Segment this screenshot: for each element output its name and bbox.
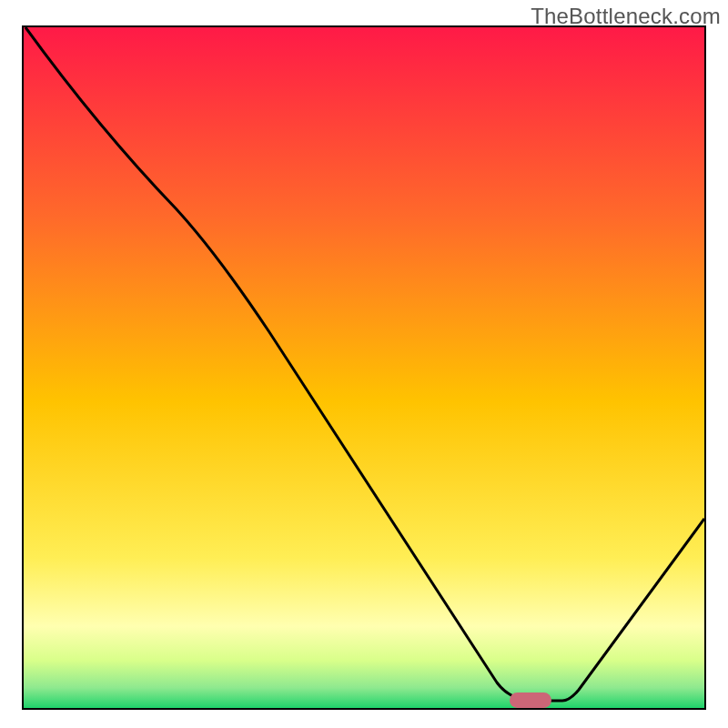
bottleneck-curve — [24, 27, 704, 708]
chart-container: TheBottleneck.com — [0, 0, 728, 728]
plot-frame — [22, 25, 706, 710]
optimum-marker — [510, 693, 551, 708]
curve-path — [25, 27, 704, 701]
plot-area — [24, 27, 704, 708]
